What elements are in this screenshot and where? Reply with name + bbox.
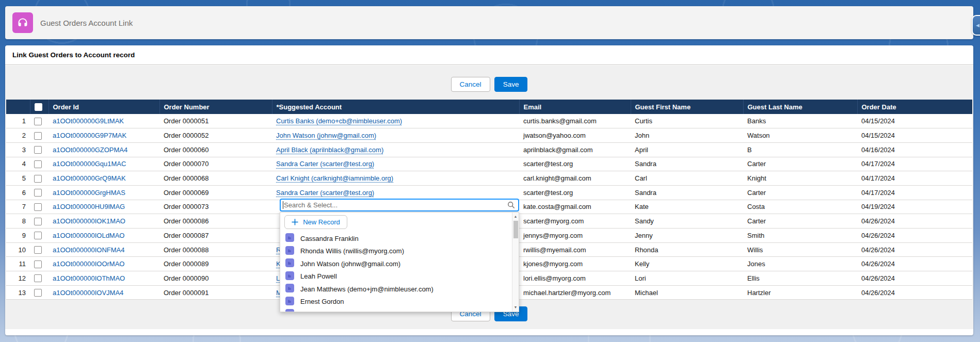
collapse-panel-handle[interactable]: ◀ — [972, 15, 980, 36]
row-checkbox[interactable] — [34, 246, 42, 254]
suggested-account-link[interactable]: Sandra Carter (scarter@test.org) — [276, 189, 374, 197]
dropdown-scrollbar[interactable]: ▲ ▼ — [512, 213, 519, 312]
lookup-dropdown-panel: New Record Cassandra FranklinRhonda Will… — [280, 212, 519, 312]
suggested-account-link[interactable]: John Watson (johnw@gmail.com) — [276, 132, 376, 139]
row-checkbox[interactable] — [34, 189, 42, 197]
email-cell: michael.hartzler@myorg.com — [519, 285, 631, 300]
email-cell: curtis.banks@gmail.com — [519, 114, 631, 128]
cancel-button[interactable]: Cancel — [451, 77, 490, 92]
order-number-cell: Order 0000052 — [159, 128, 272, 143]
lookup-option[interactable]: John Watson (johnw@gmail.com) — [280, 257, 519, 270]
last-name-cell: Hartzler — [743, 285, 857, 300]
lookup-option[interactable]: Ernest Gordon — [280, 296, 519, 308]
lookup-option[interactable]: Jean Matthews (demo+jm@nimbleuser.com) — [280, 283, 519, 296]
table-row: 6a1OOt000000GrgHMASOrder 0000069Sandra C… — [6, 185, 972, 200]
lookup-option[interactable] — [280, 308, 519, 312]
order-id-cell: a1OOt000000GrgHMAS — [49, 185, 159, 200]
order-id-link[interactable]: a1OOt000000G9LtMAK — [53, 117, 124, 125]
scroll-down-icon[interactable]: ▼ — [512, 304, 519, 311]
email-cell: carl.knight@gmail.com — [519, 171, 631, 186]
account-avatar-icon — [285, 309, 294, 312]
row-number: 9 — [6, 229, 30, 243]
row-checkbox[interactable] — [34, 218, 42, 225]
last-name-cell: Carter — [743, 185, 857, 200]
scroll-up-icon[interactable]: ▲ — [512, 214, 519, 220]
row-checkbox[interactable] — [34, 274, 42, 282]
order-id-cell: a1OOt000000Gqu1MAC — [49, 157, 159, 171]
suggested-account-link[interactable]: Carl Knight (carlknight@iamnimble.org) — [276, 174, 393, 182]
lookup-option[interactable]: Leah Powell — [280, 270, 519, 283]
col-email: Email — [519, 100, 631, 114]
order-id-link[interactable]: a1OOt000000GZOPMA4 — [53, 146, 127, 154]
suggested-account-cell: April Black (aprilnblack@gmail.com) — [272, 142, 519, 157]
first-name-cell: Sandra — [631, 185, 743, 200]
suggested-account-cell: Curtis Banks (demo+cb@nimbleuser.com) — [272, 114, 519, 128]
order-id-link[interactable]: a1OOt000000IOLdMAO — [53, 232, 124, 239]
order-id-link[interactable]: a1OOt000000IONFMA4 — [53, 246, 124, 254]
order-number-cell: Order 0000091 — [159, 285, 272, 300]
order-id-link[interactable]: a1OOt000000IOThMAO — [53, 274, 125, 282]
suggested-account-link[interactable]: Curtis Banks (demo+cb@nimbleuser.com) — [276, 117, 402, 125]
row-checkbox[interactable] — [34, 289, 42, 297]
order-id-cell: a1OOt000000IONFMA4 — [49, 242, 159, 257]
checkbox-cell — [30, 171, 49, 186]
order-id-link[interactable]: a1OOt000000Gqu1MAC — [53, 160, 126, 168]
chevron-left-icon: ◀ — [976, 23, 979, 28]
row-checkbox[interactable] — [34, 160, 42, 168]
headphones-icon — [12, 12, 33, 33]
select-all-checkbox[interactable] — [35, 103, 42, 111]
app-title: Guest Orders Account Link — [40, 19, 133, 27]
row-checkbox[interactable] — [34, 132, 42, 140]
order-number-cell: Order 0000068 — [159, 171, 272, 186]
order-id-link[interactable]: a1OOt000000IOOrMAO — [53, 260, 124, 268]
order-date-cell: 04/15/2024 — [857, 114, 972, 128]
order-id-link[interactable]: a1OOt000000G9P7MAK — [53, 132, 126, 139]
scroll-thumb[interactable] — [513, 221, 518, 238]
order-id-cell: a1OOt000000GrQ9MAK — [49, 171, 159, 186]
lookup-option[interactable]: Cassandra Franklin — [280, 232, 519, 245]
order-number-cell: Order 0000086 — [159, 214, 272, 229]
app-header-card: Guest Orders Account Link — [5, 6, 973, 39]
suggested-account-cell: John Watson (johnw@gmail.com) — [272, 128, 519, 143]
checkbox-cell — [30, 185, 49, 200]
lookup-option[interactable]: Rhonda Willis (rwillis@myorg.com) — [280, 245, 519, 258]
save-button[interactable]: Save — [494, 77, 528, 92]
suggested-account-link[interactable]: Sandra Carter (scarter@test.org) — [276, 160, 374, 168]
row-checkbox[interactable] — [34, 203, 42, 211]
checkbox-cell — [30, 271, 49, 286]
order-id-link[interactable]: a1OOt000000GrgHMAS — [53, 189, 125, 197]
order-id-link[interactable]: a1OOt000000GrQ9MAK — [53, 174, 126, 182]
table-row: 2a1OOt000000G9P7MAKOrder 0000052John Wat… — [6, 128, 972, 143]
order-number-cell: Order 0000060 — [159, 142, 272, 157]
new-record-button[interactable]: New Record — [284, 215, 347, 229]
row-checkbox[interactable] — [34, 175, 42, 183]
col-order-date: Order Date — [857, 100, 972, 114]
checkbox-cell — [30, 285, 49, 300]
last-name-cell: Smith — [743, 229, 857, 243]
last-name-cell: Carter — [743, 157, 857, 171]
row-checkbox[interactable] — [34, 232, 42, 239]
search-input[interactable] — [280, 199, 519, 211]
row-number: 6 — [6, 185, 30, 200]
order-number-cell: Order 0000070 — [159, 157, 272, 171]
suggested-account-link[interactable]: April Black (aprilnblack@gmail.com) — [276, 146, 383, 154]
col-order-id: Order Id — [49, 100, 159, 114]
first-name-cell: John — [631, 128, 743, 143]
order-date-cell: 04/17/2024 — [857, 185, 972, 200]
first-name-cell: April — [631, 142, 743, 157]
panel-heading: Link Guest Orders to Account record — [5, 45, 973, 65]
order-id-link[interactable]: a1OOt000000IOK1MAO — [53, 217, 125, 225]
col-order-number: Order Number — [159, 100, 272, 114]
order-number-cell: Order 0000051 — [159, 114, 272, 128]
table-row: 1a1OOt000000G9LtMAKOrder 0000051Curtis B… — [6, 114, 972, 128]
row-checkbox[interactable] — [34, 118, 42, 125]
order-id-cell: a1OOt000000IOVJMA4 — [49, 285, 159, 300]
lookup-options-list: Cassandra FranklinRhonda Willis (rwillis… — [280, 232, 519, 312]
row-checkbox[interactable] — [34, 146, 42, 154]
row-checkbox[interactable] — [34, 260, 42, 268]
row-number: 2 — [6, 128, 30, 143]
account-avatar-icon — [285, 271, 294, 282]
order-id-link[interactable]: a1OOt000000IOVJMA4 — [53, 289, 123, 297]
order-id-link[interactable]: a1OOt000000HU9lMAG — [53, 203, 125, 210]
checkbox-cell — [30, 214, 49, 229]
